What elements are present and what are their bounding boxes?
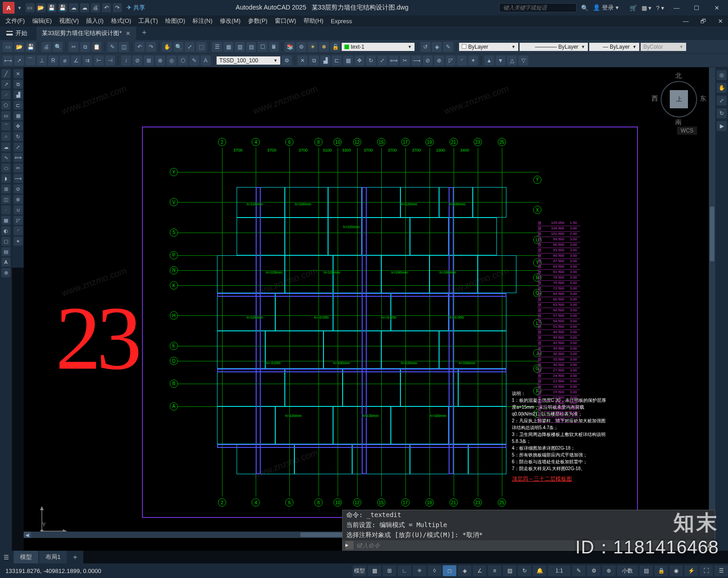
hwacc-icon[interactable]: ⚡ [684, 565, 698, 576]
tb-paste-icon[interactable]: 📋 [91, 42, 101, 52]
dim-space-icon[interactable]: ↕ [121, 56, 131, 66]
polyline-icon[interactable]: ⟋ [1, 90, 10, 99]
tb-dc-icon[interactable]: ▦ [223, 42, 233, 52]
lwt-toggle-icon[interactable]: ≡ [488, 565, 501, 576]
tb-match-icon[interactable]: ✎ [107, 42, 117, 52]
m-trim-icon[interactable]: ✂ [14, 163, 23, 172]
dim-radius-icon[interactable]: R [48, 56, 58, 66]
3dosnap-toggle-icon[interactable]: ◈ [458, 565, 471, 576]
dim-diameter-icon[interactable]: ⌀ [60, 56, 70, 66]
tb-tool-pal-icon[interactable]: ▥ [235, 42, 245, 52]
drawing-tab[interactable]: 某33层剪力墙住宅结构设计图* ✕ [36, 26, 136, 40]
dim-baseline-icon[interactable]: ⊢ [94, 56, 104, 66]
menu-window[interactable]: 窗口(W) [272, 16, 299, 26]
customize-status-icon[interactable]: ☰ [714, 565, 728, 576]
compass-north[interactable]: 北 [675, 72, 682, 80]
m-break-icon[interactable]: ⊗ [14, 195, 23, 204]
menu-dimension[interactable]: 标注(N) [190, 16, 215, 26]
layer-lock-icon[interactable]: 🔓 [330, 42, 340, 52]
tb-plot-icon[interactable]: 🖨 [41, 42, 51, 52]
mod-explode-icon[interactable]: ✶ [468, 56, 478, 66]
mod-stretch-icon[interactable]: ⟺ [389, 56, 399, 66]
m-explode-icon[interactable]: ✶ [14, 237, 23, 246]
app-menu-caret[interactable]: ▼ [17, 5, 22, 10]
mod-mirror-icon[interactable]: ▟ [320, 56, 330, 66]
layer-states-icon[interactable]: ⚙ [296, 42, 306, 52]
draworder-front-icon[interactable]: ▲ [484, 56, 494, 66]
modelspace-toggle[interactable]: 模型 [353, 565, 366, 576]
vertical-scrollbar[interactable] [709, 67, 715, 532]
grid-toggle-icon[interactable]: ▦ [368, 565, 381, 576]
tb-open-icon[interactable]: 📂 [14, 42, 24, 52]
m-stretch-icon[interactable]: ⟺ [14, 153, 23, 162]
center-mark-icon[interactable]: ⊕ [155, 56, 165, 66]
circle-icon[interactable]: ○ [1, 132, 10, 141]
nav-showmotion-icon[interactable]: ▶ [717, 121, 727, 131]
linetype-dropdown[interactable]: ———— ByLayer▼ [520, 43, 588, 51]
dim-ordinate-icon[interactable]: ⊥ [37, 56, 47, 66]
tb-markup-icon[interactable]: ☐ [258, 42, 268, 52]
web-save-icon[interactable]: ☁ [80, 3, 89, 12]
plot-icon[interactable]: 🖨 [91, 3, 100, 12]
draworder-back-icon[interactable]: ▼ [495, 56, 506, 66]
m-array-icon[interactable]: ▦ [14, 111, 23, 120]
dim-edit-icon[interactable]: ✎ [189, 56, 199, 66]
mod-array-icon[interactable]: ▦ [343, 56, 353, 66]
polar-toggle-icon[interactable]: ✳ [413, 565, 426, 576]
start-tab[interactable]: 开始 [0, 26, 34, 40]
menu-view[interactable]: 视图(V) [56, 16, 81, 26]
xline-icon[interactable]: ↗ [1, 80, 10, 89]
otrack-toggle-icon[interactable]: ∠ [473, 565, 486, 576]
color-dropdown[interactable]: ByLayer▼ [459, 43, 518, 51]
revcloud-icon[interactable]: ☁ [1, 142, 10, 152]
share-button[interactable]: ✈ 共享 [126, 4, 145, 12]
tb-pan-icon[interactable]: ✋ [162, 42, 172, 52]
mod-extend-icon[interactable]: ⟶ [411, 56, 421, 66]
nav-wheel-icon[interactable]: ◎ [717, 70, 727, 80]
annoscale-icon[interactable]: 🔔 [533, 565, 546, 576]
draworder-above-icon[interactable]: △ [507, 56, 517, 66]
wcs-label[interactable]: WCS [677, 127, 697, 135]
dim-linear-icon[interactable]: ⟷ [3, 56, 13, 66]
layer-freeze-icon[interactable]: ❄ [319, 42, 329, 52]
nav-zoom-ext-icon[interactable]: ⤢ [717, 96, 727, 106]
tb-zoom-win-icon[interactable]: ⬚ [196, 42, 206, 52]
insert-block-icon[interactable]: ⊞ [1, 184, 10, 193]
dim-arc-icon[interactable]: ⌒ [25, 56, 35, 66]
tb-save-icon[interactable]: 💾 [25, 42, 35, 52]
mtext-icon[interactable]: A [1, 258, 10, 267]
m-mirror-icon[interactable]: ▟ [14, 90, 23, 99]
doc-minimize-button[interactable]: — [678, 15, 693, 26]
compass-west[interactable]: 西 [652, 95, 658, 103]
tb-copy-icon[interactable]: ⧉ [80, 42, 90, 52]
draworder-under-icon[interactable]: ▽ [518, 56, 528, 66]
minimize-button[interactable]: — [669, 2, 684, 13]
layer-on-icon[interactable]: ☀ [308, 42, 318, 52]
osnap-toggle-icon[interactable]: ◻ [443, 565, 456, 576]
m-scale-icon[interactable]: ⤢ [14, 142, 23, 152]
tb-qcalc-icon[interactable]: 🖩 [269, 42, 279, 52]
region-icon[interactable]: ▢ [1, 237, 10, 246]
m-move-icon[interactable]: ✥ [14, 122, 23, 131]
tolerance-icon[interactable]: ⊞ [144, 56, 154, 66]
layer-match-icon[interactable]: ✎ [443, 42, 453, 52]
table-icon[interactable]: ▤ [1, 247, 10, 256]
layer-dropdown[interactable]: text-1 ▼ [342, 43, 415, 51]
login-button[interactable]: 👤 登录 ▾ [593, 4, 618, 12]
new-tab-button[interactable]: ＋ [136, 25, 152, 40]
tb-block-icon[interactable]: ◫ [119, 42, 129, 52]
tb-preview-icon[interactable]: 🔍 [53, 42, 63, 52]
scroll-left-icon[interactable]: ◀ [24, 532, 31, 538]
mod-erase-icon[interactable]: ✕ [298, 56, 308, 66]
add-layout-button[interactable]: ＋ [67, 550, 83, 564]
model-tab[interactable]: 模型 [14, 551, 38, 563]
mod-move-icon[interactable]: ✥ [354, 56, 364, 66]
tb-new-icon[interactable]: ▭ [3, 42, 13, 52]
app-switch-icon[interactable]: ▦ ▾ [642, 5, 652, 11]
maximize-button[interactable]: ☐ [689, 2, 704, 13]
layout1-tab[interactable]: 布局1 [39, 551, 67, 563]
m-join-icon[interactable]: ∪ [14, 205, 23, 214]
doc-close-button[interactable]: ✕ [713, 15, 728, 26]
nav-orbit-icon[interactable]: ↻ [717, 108, 727, 118]
dim-angular-icon[interactable]: ∠ [71, 56, 81, 66]
